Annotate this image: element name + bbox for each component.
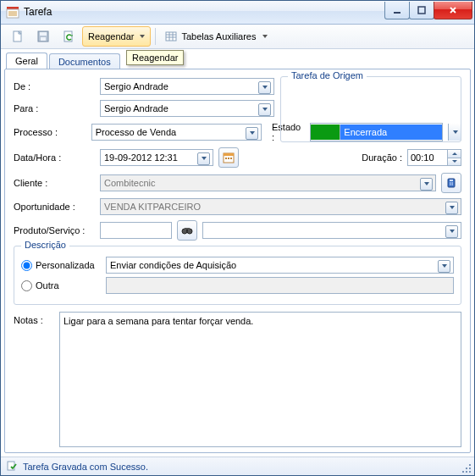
label-de: De : [14, 81, 100, 91]
svg-rect-5 [394, 12, 400, 14]
radio-personalizada-wrap[interactable]: Personalizada [21, 260, 99, 271]
close-button[interactable] [434, 2, 472, 19]
processo-combo[interactable]: Processo de Venda [91, 124, 262, 141]
status-message: Tarefa Gravada com Sucesso. [23, 462, 148, 472]
reagendar-button[interactable]: Reagendar [82, 26, 151, 47]
window-buttons [385, 2, 472, 19]
label-cliente: Cliente : [14, 178, 100, 188]
titlebar: Tarefa [1, 1, 474, 25]
svg-rect-9 [40, 32, 47, 36]
label-oportunidade: Oportunidade : [14, 202, 100, 212]
svg-point-27 [450, 184, 450, 185]
radio-outra[interactable] [21, 280, 32, 291]
svg-rect-6 [418, 7, 425, 14]
de-value: Sergio Andrade [104, 81, 168, 91]
svg-point-26 [452, 182, 453, 183]
svg-point-29 [452, 184, 453, 185]
toolbar-separator [155, 28, 156, 45]
window-title: Tarefa [24, 6, 385, 18]
save-button[interactable] [31, 26, 55, 47]
statusbar: Tarefa Gravada com Sucesso. [1, 457, 474, 475]
reagendar-label: Reagendar [88, 31, 134, 42]
oportunidade-combo[interactable]: VENDA KITPARCEIRO [100, 198, 461, 215]
calendar-button[interactable] [218, 147, 239, 168]
produto-search-button[interactable] [177, 220, 197, 241]
svg-point-24 [450, 182, 450, 183]
notas-textarea[interactable] [59, 312, 461, 447]
tab-content: Tarefa de Origem De : Sergio Andrade Par… [4, 69, 471, 453]
svg-rect-18 [224, 153, 234, 156]
svg-rect-20 [228, 158, 229, 159]
tabelas-label: Tabelas Auxiliares [181, 31, 256, 42]
tab-geral[interactable]: Geral [6, 53, 47, 69]
oportunidade-value: VENDA KITPARCEIRO [104, 202, 201, 212]
svg-point-25 [450, 182, 451, 183]
origin-group: Tarefa de Origem [280, 76, 461, 142]
spinner-up[interactable] [448, 150, 461, 158]
label-processo: Processo : [14, 127, 91, 137]
dropdown-caret-icon [140, 35, 145, 38]
desc-outra-input[interactable] [106, 277, 454, 294]
datahora-value: 19-09-2012 12:31 [104, 152, 178, 163]
label-notas: Notas : [14, 312, 59, 447]
svg-rect-23 [450, 180, 453, 181]
resize-grip[interactable] [461, 463, 472, 473]
dropdown-caret-icon [262, 35, 268, 38]
desc-personalizada-value: Enviar condições de Aquisição [110, 260, 236, 270]
window: Tarefa Reagendar Tabelas Auxiliares Reag… [0, 0, 475, 476]
radio-outra-wrap[interactable]: Outra [21, 280, 99, 291]
svg-point-28 [450, 184, 451, 185]
minimize-button[interactable] [384, 2, 410, 19]
svg-rect-19 [225, 158, 227, 159]
para-value: Sergio Andrade [104, 103, 168, 113]
label-datahora: Data/Hora : [14, 152, 100, 163]
processo-value: Processo de Venda [96, 127, 176, 137]
radio-personalizada[interactable] [21, 260, 32, 271]
maximize-button[interactable] [409, 2, 434, 19]
cliente-combo[interactable]: Combitecnic [100, 174, 436, 191]
app-icon [6, 5, 19, 19]
descricao-group: Descrição Personalizada Enviar condições… [14, 246, 461, 305]
duracao-value[interactable] [407, 149, 448, 166]
radio-outra-label: Outra [36, 280, 59, 291]
phone-button[interactable] [441, 173, 461, 193]
label-produto: Produto/Serviço : [14, 225, 100, 235]
label-duracao: Duração : [362, 152, 402, 163]
toolbar: Reagendar Tabelas Auxiliares [1, 25, 474, 50]
label-para: Para : [14, 103, 100, 113]
svg-rect-12 [166, 32, 176, 41]
new-button[interactable] [6, 26, 30, 47]
svg-rect-10 [41, 37, 46, 41]
desc-personalizada-combo[interactable]: Enviar condições de Aquisição [106, 257, 454, 274]
svg-rect-32 [185, 228, 190, 230]
datahora-input[interactable]: 19-09-2012 12:31 [100, 149, 213, 166]
spinner-down[interactable] [448, 158, 461, 166]
tab-documentos[interactable]: Documentos [49, 53, 120, 69]
tabelas-button[interactable]: Tabelas Auxiliares [160, 26, 271, 47]
svg-rect-21 [230, 158, 232, 159]
svg-rect-33 [8, 462, 14, 470]
produto-code-input[interactable] [100, 222, 172, 239]
para-combo[interactable]: Sergio Andrade [100, 100, 274, 117]
tooltip: Reagendar [126, 50, 184, 65]
duracao-spinner[interactable] [407, 149, 461, 166]
tabstrip: Geral Documentos [1, 49, 474, 69]
origin-legend: Tarefa de Origem [288, 70, 367, 80]
radio-personalizada-label: Personalizada [36, 260, 95, 270]
refresh-button[interactable] [57, 26, 80, 47]
de-combo[interactable]: Sergio Andrade [100, 78, 274, 95]
status-icon [6, 460, 18, 473]
cliente-value: Combitecnic [104, 178, 156, 188]
produto-combo[interactable] [202, 222, 461, 239]
descricao-legend: Descrição [21, 240, 69, 250]
